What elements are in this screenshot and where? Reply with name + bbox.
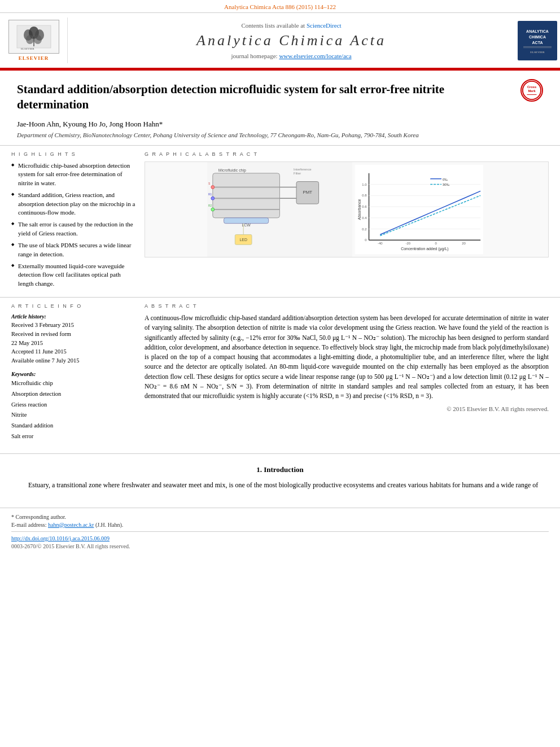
crossmark-area: Cross Mark [520, 79, 543, 102]
elsevier-tree-logo: ELSEVIER [8, 20, 59, 54]
svg-text:1.0: 1.0 [362, 182, 367, 186]
article-info-abstract-section: A R T I C L E I N F O Article history: R… [0, 298, 560, 454]
issn-text: 0003-2670/© 2015 Elsevier B.V. All right… [11, 543, 549, 549]
svg-rect-29 [224, 218, 269, 224]
svg-point-35 [211, 208, 215, 211]
keyword-3: Griess reaction [11, 400, 135, 410]
svg-text:Cross: Cross [527, 85, 536, 89]
graphical-abstract-svg: PMT LCW Microfluidic chip Interference F… [145, 162, 548, 257]
revised-label: Received in revised form [11, 330, 135, 339]
svg-text:R2: R2 [208, 204, 212, 207]
svg-text:0.8: 0.8 [362, 194, 367, 197]
svg-point-6 [34, 35, 42, 44]
svg-text:LED: LED [239, 238, 247, 242]
introduction-section: 1. Introduction Estuary, a transitional … [0, 454, 560, 496]
svg-text:Absorbance: Absorbance [357, 199, 361, 220]
svg-rect-42 [355, 165, 483, 254]
available-date: Available online 7 July 2015 [11, 356, 135, 365]
keywords-title: Keywords: [11, 371, 135, 377]
article-title-section: Standard addition/absorption detection m… [0, 71, 560, 146]
svg-text:30‰: 30‰ [443, 183, 450, 186]
highlights-list: Microfluidic chip-based absorption detec… [11, 161, 135, 288]
highlight-item-1: Microfluidic chip-based absorption detec… [11, 161, 135, 187]
keywords-list: Microfluidic chip Absorption detection G… [11, 378, 135, 442]
article-main-title: Standard addition/absorption detection m… [17, 82, 515, 113]
aca-logo-box: ANALYTICA CHIMICA ACTA ELSEVIER [518, 21, 557, 60]
svg-rect-20 [213, 173, 280, 218]
svg-text:ELSEVIER: ELSEVIER [21, 47, 34, 50]
highlight-item-4: The use of black PDMS secures a wide lin… [11, 241, 135, 259]
abstract-text: A continuous-flow microfluidic chip-base… [145, 313, 549, 401]
page-container: Analytica Chimica Acta 886 (2015) 114–12… [0, 0, 560, 747]
svg-rect-12 [523, 46, 552, 47]
svg-text:ANALYTICA: ANALYTICA [526, 29, 549, 33]
homepage-link[interactable]: www.elsevier.com/locate/aca [279, 53, 351, 59]
elsevier-logo-area: ELSEVIER ELSEVIER [0, 18, 68, 63]
copyright-line: © 2015 Elsevier B.V. All rights reserved… [145, 405, 549, 412]
intro-paragraph: Estuary, a transitional zone where fresh… [17, 480, 543, 491]
journal-title: Analytica Chimica Acta [196, 32, 386, 49]
authors: Jae-Hoon Ahn, Kyoung Ho Jo, Jong Hoon Ha… [17, 120, 515, 129]
crossmark-badge: Cross Mark [520, 79, 543, 102]
journal-citation-bar: Analytica Chimica Acta 886 (2015) 114–12… [0, 0, 560, 13]
page-footer: * Corresponding author. E-mail address: … [0, 508, 560, 555]
keyword-6: Salt error [11, 431, 135, 442]
svg-point-33 [211, 185, 215, 189]
journal-homepage: journal homepage: www.elsevier.com/locat… [231, 53, 351, 59]
journal-citation-text: Analytica Chimica Acta 886 (2015) 114–12… [224, 3, 336, 10]
keyword-4: Nitrite [11, 410, 135, 421]
svg-text:ACTA: ACTA [532, 41, 543, 45]
article-info-column: A R T I C L E I N F O Article history: R… [11, 303, 135, 448]
corresponding-author-note: * Corresponding author. [11, 514, 549, 520]
svg-text:0.6: 0.6 [362, 205, 367, 208]
svg-text:0‰: 0‰ [443, 178, 448, 181]
intro-text: Estuary, a transitional zone where fresh… [17, 480, 543, 491]
highlights-graphical-section: H I G H L I G H T S Microfluidic chip-ba… [0, 146, 560, 298]
svg-text:R1: R1 [208, 193, 212, 196]
highlight-item-2: Standard addition, Griess reaction, and … [11, 191, 135, 217]
keyword-1: Microfluidic chip [11, 378, 135, 389]
abstract-column: A B S T R A C T A continuous-flow microf… [145, 303, 549, 448]
article-history-content: Received 3 February 2015 Received in rev… [11, 321, 135, 365]
accepted-date: Accepted 11 June 2015 [11, 347, 135, 356]
aca-logo-area: ANALYTICA CHIMICA ACTA ELSEVIER [515, 18, 560, 63]
graphical-abstract-label: G R A P H I C A L A B S T R A C T [145, 151, 549, 157]
svg-text:Mark: Mark [528, 89, 536, 93]
journal-header: ELSEVIER ELSEVIER Contents lists availab… [0, 13, 560, 69]
highlights-label: H I G H L I G H T S [11, 151, 135, 157]
highlight-item-3: The salt error is caused by the reductio… [11, 220, 135, 238]
article-history-title: Article history: [11, 313, 135, 320]
svg-text:Filter: Filter [294, 172, 301, 175]
journal-center-header: Contents lists available at ScienceDirec… [68, 18, 515, 63]
crossmark-svg: Cross Mark [522, 80, 542, 101]
svg-text:Concentration added (μg/L): Concentration added (μg/L) [401, 247, 448, 251]
svg-text:0.4: 0.4 [362, 216, 367, 220]
aca-logo-svg: ANALYTICA CHIMICA ACTA ELSEVIER [520, 24, 554, 58]
svg-rect-13 [523, 47, 552, 48]
svg-point-34 [211, 196, 215, 200]
svg-text:-40: -40 [378, 242, 383, 245]
svg-text:20: 20 [462, 242, 466, 245]
elsevier-tree-icon: ELSEVIER [14, 23, 54, 51]
intro-section-title: 1. Introduction [17, 465, 543, 474]
author-email-link[interactable]: hahn@postech.ac.kr [48, 522, 94, 528]
svg-text:CHIMICA: CHIMICA [529, 35, 546, 39]
article-history-group: Article history: Received 3 February 201… [11, 313, 135, 365]
contents-available-text: Contents lists available at ScienceDirec… [241, 22, 341, 29]
received-date: Received 3 February 2015 [11, 321, 135, 330]
graphical-abstract-image: PMT LCW Microfluidic chip Interference F… [145, 161, 549, 257]
svg-text:PMT: PMT [303, 190, 312, 195]
highlights-column: H I G H L I G H T S Microfluidic chip-ba… [11, 151, 135, 291]
affiliation: Department of Chemistry, BioNanotechnolo… [17, 131, 515, 139]
keywords-group: Keywords: Microfluidic chip Absorption d… [11, 371, 135, 442]
svg-text:Microfluidic chip: Microfluidic chip [218, 168, 246, 173]
sciencedirect-link[interactable]: ScienceDirect [307, 22, 342, 29]
doi-link[interactable]: http://dx.doi.org/10.1016/j.aca.2015.06.… [11, 535, 549, 541]
article-info-label: A R T I C L E I N F O [11, 303, 135, 309]
svg-text:Interference: Interference [294, 168, 312, 171]
svg-text:0.2: 0.2 [362, 228, 366, 231]
elsevier-brand-text: ELSEVIER [19, 55, 49, 61]
keyword-5: Standard addition [11, 421, 135, 431]
keyword-2: Absorption detection [11, 389, 135, 400]
svg-text:-20: -20 [405, 242, 410, 245]
